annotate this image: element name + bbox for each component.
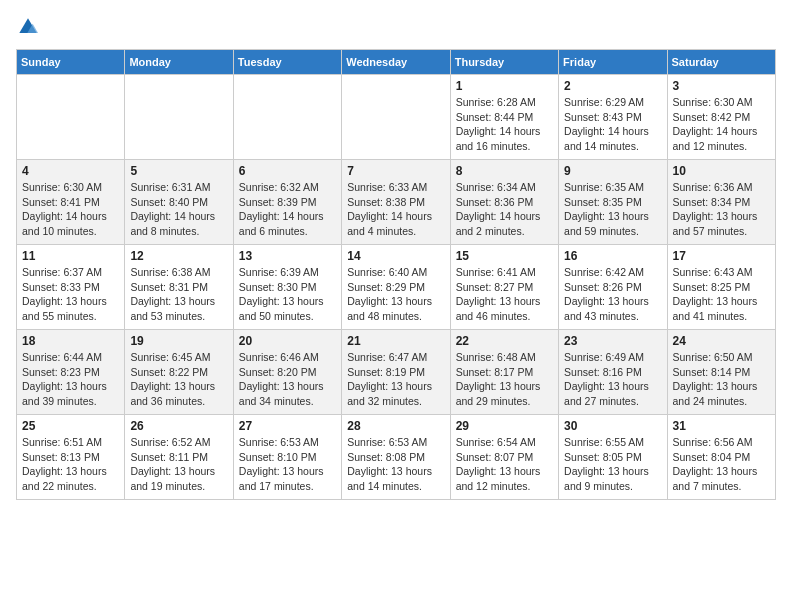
- day-info: Sunrise: 6:39 AMSunset: 8:30 PMDaylight:…: [239, 265, 336, 324]
- day-number: 15: [456, 249, 553, 263]
- calendar-cell: 21Sunrise: 6:47 AMSunset: 8:19 PMDayligh…: [342, 330, 450, 415]
- day-info: Sunrise: 6:41 AMSunset: 8:27 PMDaylight:…: [456, 265, 553, 324]
- day-number: 5: [130, 164, 227, 178]
- day-number: 10: [673, 164, 770, 178]
- day-info: Sunrise: 6:30 AMSunset: 8:41 PMDaylight:…: [22, 180, 119, 239]
- day-info: Sunrise: 6:34 AMSunset: 8:36 PMDaylight:…: [456, 180, 553, 239]
- calendar-cell: 29Sunrise: 6:54 AMSunset: 8:07 PMDayligh…: [450, 415, 558, 500]
- calendar-cell: 16Sunrise: 6:42 AMSunset: 8:26 PMDayligh…: [559, 245, 667, 330]
- day-info: Sunrise: 6:56 AMSunset: 8:04 PMDaylight:…: [673, 435, 770, 494]
- day-number: 9: [564, 164, 661, 178]
- calendar-cell: 2Sunrise: 6:29 AMSunset: 8:43 PMDaylight…: [559, 75, 667, 160]
- day-number: 6: [239, 164, 336, 178]
- calendar-cell: 5Sunrise: 6:31 AMSunset: 8:40 PMDaylight…: [125, 160, 233, 245]
- day-number: 21: [347, 334, 444, 348]
- day-number: 11: [22, 249, 119, 263]
- calendar-cell: 22Sunrise: 6:48 AMSunset: 8:17 PMDayligh…: [450, 330, 558, 415]
- day-info: Sunrise: 6:55 AMSunset: 8:05 PMDaylight:…: [564, 435, 661, 494]
- calendar-cell: 30Sunrise: 6:55 AMSunset: 8:05 PMDayligh…: [559, 415, 667, 500]
- calendar-cell: 3Sunrise: 6:30 AMSunset: 8:42 PMDaylight…: [667, 75, 775, 160]
- calendar-cell: 19Sunrise: 6:45 AMSunset: 8:22 PMDayligh…: [125, 330, 233, 415]
- calendar-week-row: 18Sunrise: 6:44 AMSunset: 8:23 PMDayligh…: [17, 330, 776, 415]
- day-info: Sunrise: 6:53 AMSunset: 8:10 PMDaylight:…: [239, 435, 336, 494]
- calendar-header-thursday: Thursday: [450, 50, 558, 75]
- day-number: 16: [564, 249, 661, 263]
- calendar-cell: [233, 75, 341, 160]
- day-number: 20: [239, 334, 336, 348]
- day-info: Sunrise: 6:33 AMSunset: 8:38 PMDaylight:…: [347, 180, 444, 239]
- calendar-cell: 8Sunrise: 6:34 AMSunset: 8:36 PMDaylight…: [450, 160, 558, 245]
- calendar-cell: 18Sunrise: 6:44 AMSunset: 8:23 PMDayligh…: [17, 330, 125, 415]
- day-number: 12: [130, 249, 227, 263]
- day-info: Sunrise: 6:47 AMSunset: 8:19 PMDaylight:…: [347, 350, 444, 409]
- day-info: Sunrise: 6:42 AMSunset: 8:26 PMDaylight:…: [564, 265, 661, 324]
- day-info: Sunrise: 6:46 AMSunset: 8:20 PMDaylight:…: [239, 350, 336, 409]
- day-info: Sunrise: 6:40 AMSunset: 8:29 PMDaylight:…: [347, 265, 444, 324]
- calendar-cell: 17Sunrise: 6:43 AMSunset: 8:25 PMDayligh…: [667, 245, 775, 330]
- calendar-cell: 15Sunrise: 6:41 AMSunset: 8:27 PMDayligh…: [450, 245, 558, 330]
- calendar-cell: 26Sunrise: 6:52 AMSunset: 8:11 PMDayligh…: [125, 415, 233, 500]
- day-info: Sunrise: 6:35 AMSunset: 8:35 PMDaylight:…: [564, 180, 661, 239]
- day-info: Sunrise: 6:49 AMSunset: 8:16 PMDaylight:…: [564, 350, 661, 409]
- calendar-cell: [125, 75, 233, 160]
- day-number: 7: [347, 164, 444, 178]
- calendar-week-row: 1Sunrise: 6:28 AMSunset: 8:44 PMDaylight…: [17, 75, 776, 160]
- day-number: 26: [130, 419, 227, 433]
- calendar-cell: 11Sunrise: 6:37 AMSunset: 8:33 PMDayligh…: [17, 245, 125, 330]
- calendar-cell: 31Sunrise: 6:56 AMSunset: 8:04 PMDayligh…: [667, 415, 775, 500]
- day-info: Sunrise: 6:45 AMSunset: 8:22 PMDaylight:…: [130, 350, 227, 409]
- day-info: Sunrise: 6:31 AMSunset: 8:40 PMDaylight:…: [130, 180, 227, 239]
- logo: [16, 16, 40, 37]
- calendar-week-row: 25Sunrise: 6:51 AMSunset: 8:13 PMDayligh…: [17, 415, 776, 500]
- day-info: Sunrise: 6:28 AMSunset: 8:44 PMDaylight:…: [456, 95, 553, 154]
- day-number: 25: [22, 419, 119, 433]
- day-number: 8: [456, 164, 553, 178]
- calendar-cell: 23Sunrise: 6:49 AMSunset: 8:16 PMDayligh…: [559, 330, 667, 415]
- calendar-header-monday: Monday: [125, 50, 233, 75]
- day-number: 27: [239, 419, 336, 433]
- day-info: Sunrise: 6:32 AMSunset: 8:39 PMDaylight:…: [239, 180, 336, 239]
- calendar-cell: 20Sunrise: 6:46 AMSunset: 8:20 PMDayligh…: [233, 330, 341, 415]
- calendar-header-friday: Friday: [559, 50, 667, 75]
- calendar-cell: 13Sunrise: 6:39 AMSunset: 8:30 PMDayligh…: [233, 245, 341, 330]
- calendar-cell: 4Sunrise: 6:30 AMSunset: 8:41 PMDaylight…: [17, 160, 125, 245]
- calendar-cell: 6Sunrise: 6:32 AMSunset: 8:39 PMDaylight…: [233, 160, 341, 245]
- calendar-cell: [17, 75, 125, 160]
- calendar-cell: 10Sunrise: 6:36 AMSunset: 8:34 PMDayligh…: [667, 160, 775, 245]
- day-number: 3: [673, 79, 770, 93]
- day-number: 24: [673, 334, 770, 348]
- calendar-header-tuesday: Tuesday: [233, 50, 341, 75]
- day-number: 30: [564, 419, 661, 433]
- day-info: Sunrise: 6:44 AMSunset: 8:23 PMDaylight:…: [22, 350, 119, 409]
- day-info: Sunrise: 6:37 AMSunset: 8:33 PMDaylight:…: [22, 265, 119, 324]
- page-header: [16, 16, 776, 37]
- calendar-cell: 27Sunrise: 6:53 AMSunset: 8:10 PMDayligh…: [233, 415, 341, 500]
- day-number: 1: [456, 79, 553, 93]
- calendar-cell: 28Sunrise: 6:53 AMSunset: 8:08 PMDayligh…: [342, 415, 450, 500]
- day-info: Sunrise: 6:29 AMSunset: 8:43 PMDaylight:…: [564, 95, 661, 154]
- calendar-cell: 7Sunrise: 6:33 AMSunset: 8:38 PMDaylight…: [342, 160, 450, 245]
- day-number: 2: [564, 79, 661, 93]
- calendar-cell: 14Sunrise: 6:40 AMSunset: 8:29 PMDayligh…: [342, 245, 450, 330]
- calendar-week-row: 4Sunrise: 6:30 AMSunset: 8:41 PMDaylight…: [17, 160, 776, 245]
- day-number: 18: [22, 334, 119, 348]
- day-number: 28: [347, 419, 444, 433]
- calendar-cell: 25Sunrise: 6:51 AMSunset: 8:13 PMDayligh…: [17, 415, 125, 500]
- logo-icon: [18, 17, 38, 37]
- calendar-cell: 12Sunrise: 6:38 AMSunset: 8:31 PMDayligh…: [125, 245, 233, 330]
- day-info: Sunrise: 6:38 AMSunset: 8:31 PMDaylight:…: [130, 265, 227, 324]
- calendar-table: SundayMondayTuesdayWednesdayThursdayFrid…: [16, 49, 776, 500]
- calendar-header-sunday: Sunday: [17, 50, 125, 75]
- day-info: Sunrise: 6:54 AMSunset: 8:07 PMDaylight:…: [456, 435, 553, 494]
- calendar-cell: 9Sunrise: 6:35 AMSunset: 8:35 PMDaylight…: [559, 160, 667, 245]
- day-number: 29: [456, 419, 553, 433]
- calendar-header-saturday: Saturday: [667, 50, 775, 75]
- calendar-week-row: 11Sunrise: 6:37 AMSunset: 8:33 PMDayligh…: [17, 245, 776, 330]
- day-number: 22: [456, 334, 553, 348]
- calendar-header-row: SundayMondayTuesdayWednesdayThursdayFrid…: [17, 50, 776, 75]
- day-info: Sunrise: 6:48 AMSunset: 8:17 PMDaylight:…: [456, 350, 553, 409]
- calendar-cell: 24Sunrise: 6:50 AMSunset: 8:14 PMDayligh…: [667, 330, 775, 415]
- day-number: 17: [673, 249, 770, 263]
- day-info: Sunrise: 6:36 AMSunset: 8:34 PMDaylight:…: [673, 180, 770, 239]
- day-info: Sunrise: 6:30 AMSunset: 8:42 PMDaylight:…: [673, 95, 770, 154]
